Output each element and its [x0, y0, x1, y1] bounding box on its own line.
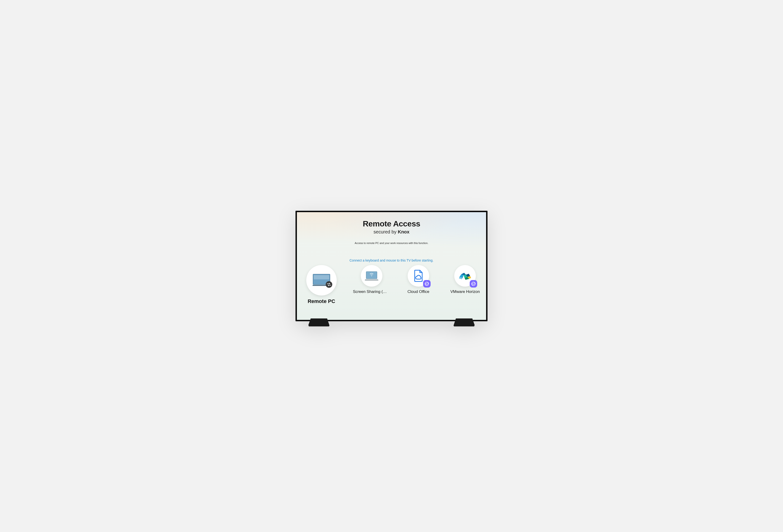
tv-screen: Remote Access secured by Knox Access to …: [295, 211, 488, 321]
tv: Remote Access secured by Knox Access to …: [295, 211, 488, 321]
tile-label: Remote PC: [308, 298, 335, 304]
transfer-badge-icon: [325, 281, 333, 289]
knox-brand: Knox: [398, 229, 410, 234]
svg-point-4: [326, 281, 332, 288]
tile-vmware-horizon[interactable]: VMware Horizon: [449, 265, 481, 294]
tile-row: Remote PC Screen Sharing: [302, 265, 481, 304]
remote-pc-icon: [306, 265, 337, 295]
page-description: Access to remote PC and your work resour…: [350, 242, 434, 245]
remote-access-screen: Remote Access secured by Knox Access to …: [302, 216, 481, 320]
document-cloud-icon: [413, 270, 424, 282]
cloud-office-icon: [408, 265, 429, 287]
tile-label: Cloud Office: [407, 289, 429, 294]
svg-rect-5: [366, 272, 377, 279]
internet-badge-icon: [470, 280, 477, 287]
svg-rect-3: [314, 275, 329, 279]
header: Remote Access secured by Knox Access to …: [350, 219, 434, 262]
tile-label: VMware Horizon: [450, 289, 480, 294]
screen-sharing-icon: [361, 265, 382, 287]
tile-remote-pc[interactable]: Remote PC: [302, 265, 341, 304]
svg-rect-8: [365, 280, 378, 281]
subtitle-prefix: secured by: [373, 229, 398, 234]
keyboard-mouse-hint: Connect a keyboard and mouse to this TV …: [350, 258, 434, 262]
tile-label: Screen Sharing (Wi...: [353, 289, 390, 294]
page-title: Remote Access: [350, 219, 434, 228]
vmware-horizon-icon: [454, 265, 476, 287]
tile-cloud-office[interactable]: Cloud Office: [402, 265, 435, 294]
tile-screen-sharing[interactable]: Screen Sharing (Wi...: [355, 265, 388, 294]
clouds-icon: [458, 271, 472, 281]
laptop-wifi-icon: [365, 271, 378, 281]
svg-point-9: [371, 276, 372, 276]
internet-badge-icon: [423, 280, 431, 287]
page-subtitle: secured by Knox: [350, 229, 434, 234]
